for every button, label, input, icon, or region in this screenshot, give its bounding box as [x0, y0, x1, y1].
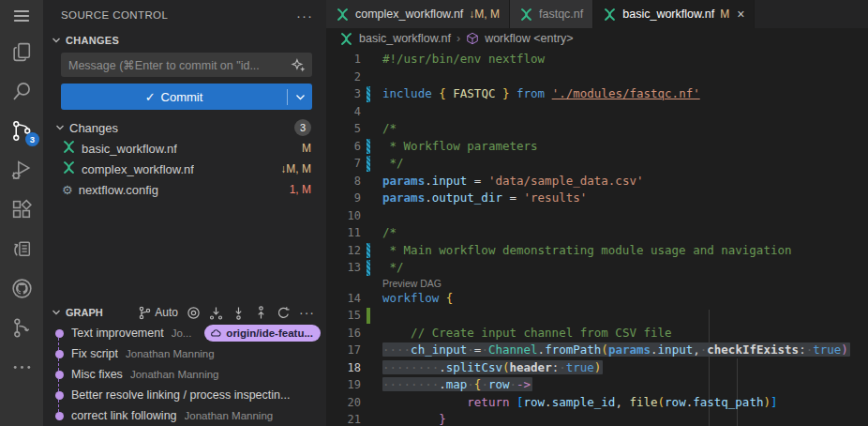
line-number[interactable]: 3: [326, 85, 361, 103]
code-line[interactable]: 12 * Main workflow demonstrating module …: [326, 242, 868, 260]
activity-explorer[interactable]: [0, 32, 43, 71]
code-line[interactable]: 16 // Create input channel from CSV file: [326, 325, 868, 342]
activity-document-arrow[interactable]: [0, 229, 43, 268]
graph-refresh-button[interactable]: [277, 306, 291, 320]
branch-ref-badge[interactable]: origin/ide-featu...: [204, 325, 321, 342]
commit-dropdown-button[interactable]: [288, 94, 312, 100]
activity-more[interactable]: [0, 347, 43, 387]
commit-dot-column: [54, 364, 64, 385]
editor-group: complex_workflow.nf↓M, Mfastqc.nfbasic_w…: [326, 0, 868, 426]
graph-target-button[interactable]: [187, 306, 201, 320]
code-line[interactable]: 3include { FASTQC } from './modules/fast…: [326, 85, 868, 103]
explorer-icon: [10, 40, 34, 64]
file-row[interactable]: basic_workflow.nfM: [43, 138, 326, 159]
graph-git-branch-button[interactable]: Auto: [138, 306, 178, 320]
code-line[interactable]: 11/*: [326, 224, 868, 242]
line-number[interactable]: 7: [326, 155, 361, 173]
activity-run-debug[interactable]: [0, 150, 43, 190]
file-row[interactable]: complex_workflow.nf↓M, M: [43, 159, 326, 179]
tab-label: basic_workflow.nf: [622, 8, 714, 21]
commit-message-input[interactable]: Message (⌘Enter to commit on "id...: [61, 53, 312, 77]
file-status: ↓M, M: [280, 162, 311, 175]
activity-menu[interactable]: [0, 0, 43, 32]
commit-dot-column: [54, 405, 64, 426]
line-number[interactable]: 19: [326, 376, 361, 394]
vscode-window: 3 SOURCE CONTROL ··· CHANGES Message (⌘E…: [0, 0, 868, 426]
code-line[interactable]: 15: [326, 307, 868, 325]
code-line[interactable]: 2: [326, 68, 868, 86]
code-line[interactable]: 19········.map·{·row·->: [326, 376, 868, 394]
commit-row[interactable]: Misc fixesJonathan Manning: [43, 364, 326, 385]
code-line[interactable]: 18········.splitCsv(header:·true): [326, 359, 868, 377]
more-icon: [10, 356, 34, 379]
changes-tree-header[interactable]: Changes 3: [43, 117, 326, 138]
line-number[interactable]: 6: [326, 138, 361, 156]
code-line[interactable]: 13 */: [326, 259, 868, 277]
selection-highlight: ····ch_input·=·Channel.fromPath(params.i…: [382, 342, 850, 357]
line-number[interactable]: 14: [326, 290, 361, 308]
line-number[interactable]: 20: [326, 394, 361, 412]
line-number[interactable]: 9: [326, 190, 361, 207]
activity-search[interactable]: [0, 71, 43, 111]
line-number[interactable]: 12: [326, 242, 361, 260]
chevron-down-icon: [51, 307, 62, 318]
line-number[interactable]: 15: [326, 307, 361, 325]
added-gutter-marker: [367, 308, 370, 324]
commit-row[interactable]: correct link followingJonathan Manning: [43, 405, 326, 426]
code-line[interactable]: 10: [326, 207, 868, 225]
code-line[interactable]: 9params.output_dir = 'results': [326, 190, 868, 207]
line-number[interactable]: 2: [326, 68, 361, 86]
commit-button[interactable]: ✓ Commit: [61, 84, 312, 110]
graph-more-button[interactable]: ···: [299, 305, 315, 320]
breadcrumb-symbol[interactable]: workflow <entry>: [485, 32, 573, 45]
graph-pull-button[interactable]: [232, 306, 246, 320]
line-number[interactable]: 10: [326, 207, 361, 225]
code-line[interactable]: 20 return [row.sample_id, file(row.fastq…: [326, 394, 868, 412]
changes-tree-label: Changes: [69, 121, 118, 135]
commit-dot-column: [54, 385, 64, 405]
code-line[interactable]: 17····ch_input·=·Channel.fromPath(params…: [326, 342, 868, 359]
file-row[interactable]: ⚙nextflow.config1, M: [43, 179, 326, 200]
tab-basic_workflow-nf[interactable]: basic_workflow.nfM×: [593, 0, 755, 28]
nextflow-icon: [62, 160, 76, 177]
line-number[interactable]: 4: [326, 103, 361, 121]
sidebar-more-actions-button[interactable]: ···: [296, 8, 313, 23]
activity-github[interactable]: [0, 268, 43, 308]
line-number[interactable]: 1: [326, 51, 361, 68]
line-number[interactable]: 8: [326, 173, 361, 190]
commit-row[interactable]: Text improvementJo...origin/ide-featu...: [43, 323, 326, 343]
activity-extensions[interactable]: [0, 190, 43, 229]
line-number[interactable]: 16: [326, 325, 361, 342]
sparkle-icon[interactable]: [291, 57, 307, 73]
tab-complex_workflow-nf[interactable]: complex_workflow.nf↓M, M: [326, 0, 510, 28]
commit-button-label: Commit: [161, 90, 203, 104]
changes-section-header[interactable]: CHANGES: [43, 30, 326, 50]
code-area[interactable]: 1#!/usr/bin/env nextflow23include { FAST…: [326, 49, 868, 426]
tab-close-icon[interactable]: ×: [737, 7, 744, 22]
changes-count-badge: 3: [294, 119, 311, 136]
line-number[interactable]: 21: [326, 411, 361, 426]
graph-section-header[interactable]: GRAPH Auto···: [43, 302, 326, 323]
line-number[interactable]: 18: [326, 359, 361, 377]
code-line[interactable]: 5/*: [326, 120, 868, 138]
line-number[interactable]: 17: [326, 342, 361, 359]
commit-row[interactable]: Better resolve linking / process inspect…: [43, 385, 326, 405]
code-line[interactable]: 7 */: [326, 155, 868, 173]
tab-fastqc-nf[interactable]: fastqc.nf: [510, 0, 593, 28]
graph-fetch-button[interactable]: [209, 306, 223, 320]
activity-git-graph[interactable]: [0, 308, 43, 347]
code-line[interactable]: 1#!/usr/bin/env nextflow: [326, 51, 868, 68]
code-line[interactable]: 8params.input = 'data/sample_data.csv': [326, 173, 868, 190]
graph-push-button[interactable]: [254, 306, 268, 320]
code-line[interactable]: 21 }: [326, 411, 868, 426]
code-line[interactable]: 14workflow {: [326, 290, 868, 308]
line-number[interactable]: 5: [326, 120, 361, 138]
code-line[interactable]: 6 * Workflow parameters: [326, 138, 868, 156]
codelens-preview-dag[interactable]: Preview DAG: [326, 277, 868, 290]
breadcrumb-file[interactable]: basic_workflow.nf: [359, 32, 451, 45]
commit-row[interactable]: Fix scriptJonathan Manning: [43, 343, 326, 364]
line-number[interactable]: 13: [326, 259, 361, 277]
line-number[interactable]: 11: [326, 224, 361, 242]
activity-source-control[interactable]: 3: [0, 111, 43, 150]
code-line[interactable]: 4: [326, 103, 868, 121]
